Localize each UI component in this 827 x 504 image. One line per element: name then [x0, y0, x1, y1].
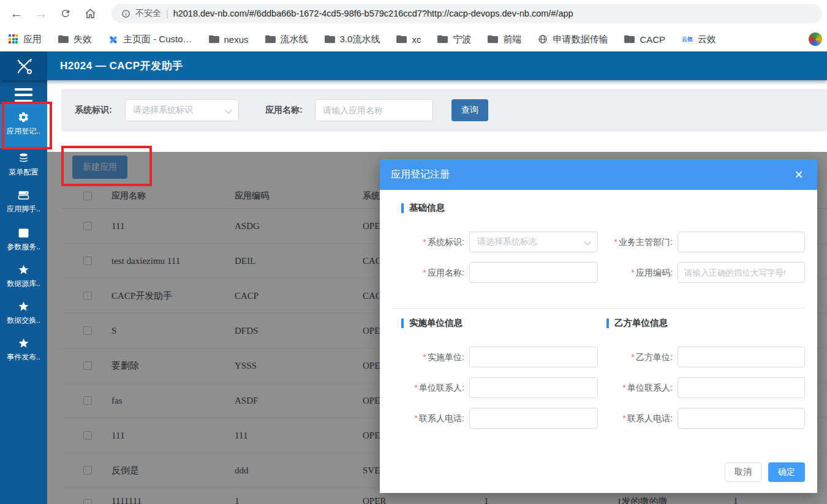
info-icon[interactable] [121, 9, 130, 18]
sidebar-item-data-exchange[interactable]: 数据交换.. [0, 300, 47, 328]
system-id-label: 系统标识: [75, 105, 112, 116]
forward-icon[interactable]: → [32, 4, 50, 23]
required-mark: * [622, 383, 625, 393]
impl-phone-input[interactable] [469, 408, 598, 429]
folder-icon [58, 35, 69, 43]
section-title: 乙方单位信息 [614, 317, 668, 329]
app-code-input[interactable] [678, 262, 805, 283]
bookmark-item[interactable]: 宁波 [437, 34, 471, 45]
field-label-dept: *业务主管部门: [588, 237, 673, 248]
required-mark: * [614, 237, 617, 247]
sidebar-item-label: 应用脚手.. [7, 204, 40, 214]
required-mark: * [414, 413, 417, 423]
home-icon[interactable] [81, 4, 99, 23]
app-name-input[interactable] [315, 99, 433, 121]
annotation-box-sidebar [2, 102, 52, 149]
app-register-dialog: 应用登记注册 × 基础信息 *系统标识: 请选择系统标志 *业务主管部门: *应… [380, 159, 817, 493]
app-name-label: 应用名称: [265, 105, 303, 116]
section-title: 基础信息 [409, 202, 445, 214]
required-mark: * [423, 352, 426, 362]
folder-icon [325, 35, 335, 43]
folder-icon [209, 35, 219, 43]
search-panel: 系统标识: 请选择系统标识 应用名称: 查询 [61, 89, 827, 132]
cancel-button[interactable]: 取消 [725, 462, 761, 482]
globe-icon [538, 34, 548, 44]
bookmark-item-confluence[interactable]: 主页面 - Custo… [108, 34, 192, 45]
section-impl-unit: 实施单位信息 [401, 317, 463, 329]
system-flag-select[interactable]: 请选择系统标志 [469, 231, 598, 252]
section-marker [401, 318, 404, 328]
confirm-button[interactable]: 确定 [768, 462, 805, 482]
sidebar-item-data-source[interactable]: 数据源库.. [0, 263, 47, 291]
field-label-impl-phone: *联系人电话: [385, 413, 464, 424]
bookmark-item-globe[interactable]: 申请数据传输 [538, 34, 608, 45]
hamburger-menu-icon[interactable] [15, 88, 32, 102]
section-marker [401, 203, 404, 213]
refresh-icon[interactable] [56, 4, 75, 23]
bookmark-item[interactable]: 流水线 [265, 34, 308, 45]
bookmark-item[interactable]: 3.0流水线 [325, 34, 380, 45]
yunxiao-icon: 云效 [682, 36, 693, 43]
bookmark-item[interactable]: xc [396, 34, 421, 45]
section-basic-info: 基础信息 [401, 202, 445, 214]
sidebar-item-label: 菜单配置 [9, 167, 39, 178]
bookmark-label: xc [412, 34, 421, 45]
url-bar[interactable]: 不安全 | h2018.dev-nb.com/#/6ddba66b-1672-4… [111, 4, 822, 23]
bookmark-item[interactable]: 失效 [58, 34, 92, 45]
sidebar-item-app-scaffold[interactable]: 应用脚手.. [0, 189, 47, 217]
bookmark-label: 流水线 [281, 34, 308, 45]
section-divider [392, 308, 805, 309]
page-title: H2024 — CACP开发助手 [60, 51, 183, 80]
bookmark-item[interactable]: 前端 [488, 34, 521, 45]
bookmark-item[interactable]: CACP [624, 34, 665, 45]
sidebar-item-label: 事件发布.. [7, 352, 40, 363]
impl-unit-input[interactable] [469, 347, 598, 367]
bookmarks-bar: 应用 失效 主页面 - Custo… nexus 流水线 3.0流水线 xc [0, 27, 827, 51]
back-icon[interactable]: ← [7, 4, 26, 23]
sidebar-item-event-publish[interactable]: 事件发布.. [0, 337, 47, 365]
required-mark: * [423, 237, 426, 247]
app-logo [0, 51, 47, 80]
folder-icon [488, 35, 498, 43]
url-separator: | [166, 9, 168, 18]
url-text: h2018.dev-nb.com/#/6ddba66b-1672-4cd5-98… [173, 9, 573, 18]
b-phone-input[interactable] [678, 408, 805, 429]
sidebar-item-menu-config[interactable]: 菜单配置 [0, 152, 47, 180]
bookmark-label: 云效 [698, 34, 716, 45]
section-marker [606, 318, 609, 328]
home-glyph [85, 8, 96, 20]
b-unit-input[interactable] [678, 347, 805, 367]
chevron-down-icon [225, 107, 232, 113]
sidebar-item-label: 参数服务.. [7, 242, 40, 252]
browser-profile-icon[interactable] [809, 32, 822, 46]
bookmark-item-apps[interactable]: 应用 [9, 34, 42, 45]
query-button[interactable]: 查询 [451, 99, 488, 121]
database-icon [18, 152, 30, 164]
required-mark: * [631, 352, 634, 362]
refresh-glyph [60, 8, 71, 19]
field-label-app-code: *应用编码: [588, 268, 673, 279]
dept-input[interactable] [678, 231, 805, 252]
impl-contact-input[interactable] [469, 377, 598, 398]
app-name-input[interactable] [469, 262, 598, 283]
section-party-b-unit: 乙方单位信息 [606, 317, 668, 329]
field-label-impl-contact: *单位联系人: [385, 383, 464, 394]
field-label-b-phone: *联系人电话: [588, 413, 673, 424]
close-icon[interactable]: × [790, 166, 807, 183]
bookmark-label: 3.0流水线 [340, 34, 380, 45]
folder-icon [265, 35, 276, 43]
section-title: 实施单位信息 [409, 317, 463, 329]
folder-icon [437, 35, 448, 43]
required-mark: * [622, 413, 625, 423]
folder-icon [396, 35, 407, 43]
bookmark-label: CACP [640, 34, 665, 45]
bookmark-item[interactable]: nexus [209, 34, 249, 45]
b-contact-input[interactable] [678, 377, 805, 398]
bookmark-item-yunxiao[interactable]: 云效 云效 [682, 34, 716, 45]
sidebar-item-param-service[interactable]: 参数服务.. [0, 227, 47, 255]
security-label: 不安全 [135, 8, 161, 19]
annotation-box-new-app [61, 146, 152, 186]
system-id-select[interactable]: 请选择系统标识 [125, 99, 239, 121]
required-mark: * [631, 268, 634, 277]
dialog-header: 应用登记注册 × [380, 159, 817, 190]
